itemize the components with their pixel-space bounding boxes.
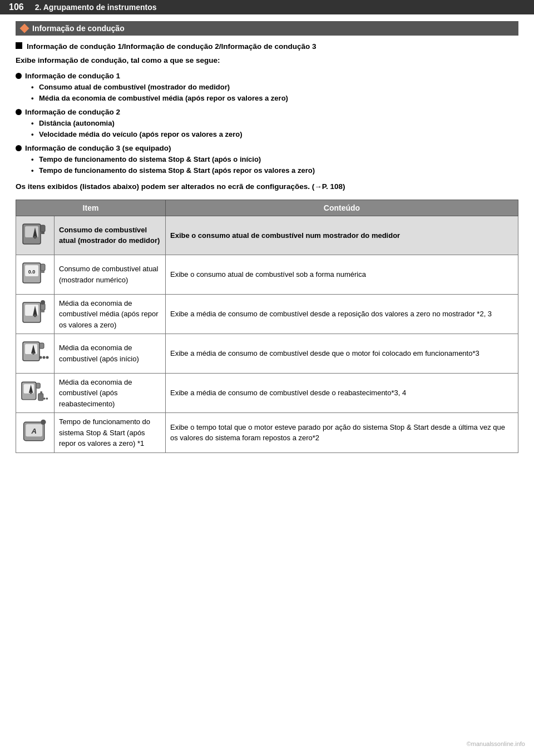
outro-text: Os itens exibidos (listados abaixo) pode… [16, 181, 518, 192]
stop-start-icon: A [21, 417, 50, 446]
svg-rect-10 [41, 271, 44, 273]
group-3-items: Tempo de funcionamento do sistema Stop &… [16, 154, 518, 176]
item-desc: Consumo de combustível atual (mostrador … [55, 216, 166, 255]
fuel-avg-start-icon [21, 337, 50, 366]
item-desc: Média da economia de combustível (após i… [55, 334, 166, 374]
icon-cell [16, 216, 55, 255]
table-row: Média da economia de combustível (após i… [16, 334, 518, 374]
list-item: Tempo de funcionamento do sistema Stop &… [31, 154, 518, 165]
section-header: Informação de condução [16, 21, 518, 36]
svg-point-17 [41, 300, 45, 305]
col-item-header: Item [16, 200, 166, 216]
icon-cell: 0.0 [16, 255, 55, 295]
content-desc: Exibe o tempo total que o motor esteve p… [166, 413, 518, 453]
bullet-group-3: Informação de condução 3 (se equipado) T… [16, 144, 518, 176]
watermark: ©manualssonline.info [467, 740, 525, 747]
group-1-items: Consumo atual de combustível (mostrador … [16, 82, 518, 103]
svg-point-14 [34, 315, 37, 317]
table-row: Média da economia de combustível média (… [16, 294, 518, 334]
group-2-label: Informação de condução 2 [25, 108, 120, 116]
item-desc: Tempo de funcionamento do sistema Stop &… [55, 413, 166, 453]
svg-rect-22 [39, 343, 44, 349]
section-title: 2. Agrupamento de instrumentos [35, 3, 157, 12]
black-square-icon [16, 42, 22, 49]
table-row: A Tempo de funcionamento do sistema Stop… [16, 413, 518, 453]
intro-text: Exibe informação de condução, tal como a… [16, 55, 518, 66]
diamond-icon [20, 24, 29, 33]
content-desc: Exibe o consumo atual de combustível sob… [166, 255, 518, 295]
section-title-text: Informação de condução [32, 24, 125, 33]
table-row: Consumo de combustível atual (mostrador … [16, 216, 518, 255]
table-row: 0.0 Consumo de combustível atual (mostra… [16, 255, 518, 295]
fuel-numeric-icon: 0.0 [21, 258, 50, 287]
table-row: Média da economia de combustível (após r… [16, 373, 518, 413]
svg-rect-4 [41, 225, 45, 232]
svg-rect-30 [36, 383, 40, 388]
item-desc: Consumo de combustível atual (mostrador … [55, 255, 166, 295]
svg-point-33 [43, 397, 46, 400]
svg-text:A: A [31, 426, 36, 435]
svg-point-34 [46, 397, 48, 400]
fuel-avg-reset-icon [21, 298, 50, 327]
group-2-items: Distância (autonomia) Velocidade média d… [16, 118, 518, 140]
content-desc: Exibe a média de consumo de combustível … [166, 294, 518, 334]
svg-rect-5 [41, 232, 44, 234]
list-item: Tempo de funcionamento do sistema Stop &… [31, 165, 518, 176]
icon-cell [16, 373, 55, 413]
content-desc: Exibe a média de consumo de combustível … [166, 334, 518, 374]
bullet-header-2: Informação de condução 2 [16, 108, 518, 116]
svg-point-38 [41, 419, 46, 424]
page-content: Informação de condução Informação de con… [0, 14, 534, 471]
svg-rect-16 [41, 310, 44, 312]
svg-rect-32 [40, 391, 42, 395]
icon-cell [16, 294, 55, 334]
filled-circle-icon [16, 109, 22, 115]
bullet-group-1: Informação de condução 1 Consumo atual d… [16, 72, 518, 103]
filled-circle-icon [16, 145, 22, 151]
list-item: Consumo atual de combustível (mostrador … [31, 82, 518, 93]
icon-cell: A [16, 413, 55, 453]
svg-point-25 [46, 356, 49, 359]
bullet-header-3: Informação de condução 3 (se equipado) [16, 144, 518, 152]
list-item: Média da economia de combustível média (… [31, 93, 518, 104]
page-header: 106 2. Agrupamento de instrumentos [0, 0, 534, 14]
svg-rect-31 [38, 394, 43, 401]
fuel-gauge-icon [21, 220, 50, 248]
group-1-label: Informação de condução 1 [25, 72, 120, 80]
page-number: 106 [9, 2, 24, 12]
svg-point-3 [34, 236, 37, 238]
item-desc: Média da economia de combustível (após r… [55, 373, 166, 413]
svg-point-21 [32, 352, 34, 355]
svg-point-29 [30, 392, 32, 394]
list-item: Velocidade média do veículo (após repor … [31, 129, 518, 140]
content-desc: Exibe a média de consumo de combustível … [166, 373, 518, 413]
svg-point-24 [43, 356, 46, 359]
subsection-header: Informação de condução 1/Informação de c… [16, 42, 518, 51]
group-3-label: Informação de condução 3 (se equipado) [25, 144, 171, 152]
info-table: Item Conteúdo Consumo de combustív [16, 200, 518, 453]
fuel-avg-refuel-icon [21, 377, 50, 406]
col-content-header: Conteúdo [166, 200, 518, 216]
svg-rect-9 [41, 264, 45, 271]
bullet-header-1: Informação de condução 1 [16, 72, 518, 80]
svg-point-23 [39, 356, 42, 359]
svg-rect-19 [25, 344, 37, 354]
svg-text:0.0: 0.0 [28, 269, 36, 275]
content-desc: Exibe o consumo atual de combustível num… [166, 216, 518, 255]
subsection-title: Informação de condução 1/Informação de c… [27, 42, 317, 51]
item-desc: Média da economia de combustível média (… [55, 294, 166, 334]
list-item: Distância (autonomia) [31, 118, 518, 129]
icon-cell [16, 334, 55, 374]
filled-circle-icon [16, 73, 22, 79]
bullet-group-2: Informação de condução 2 Distância (auto… [16, 108, 518, 140]
